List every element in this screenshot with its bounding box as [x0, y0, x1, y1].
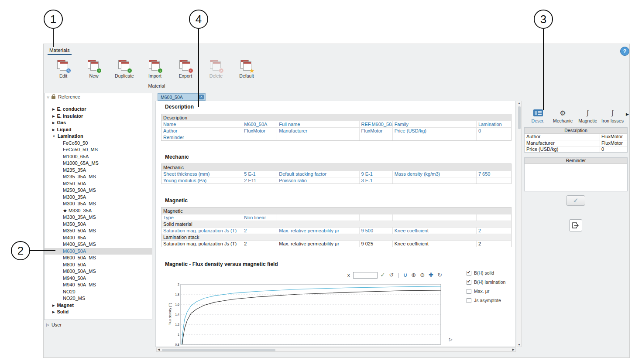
property-row[interactable]: Price (USD/kg) 0	[525, 146, 627, 152]
reset-view-icon[interactable]: ↻	[437, 272, 442, 279]
curve-select-icon[interactable]: ∪	[403, 272, 408, 279]
tree-item[interactable]: M600_50A_MS	[45, 255, 152, 262]
toolbar-button[interactable]: ★ Default	[231, 60, 262, 84]
toolbar-button[interactable]: ↓ Import	[140, 60, 170, 84]
apply-icon[interactable]: ✓	[381, 272, 385, 279]
table-row[interactable]: Young modulus (Pa)2 E11Poisson ratio3 E-…	[161, 177, 511, 184]
curve-checkbox[interactable]: B(H) solid	[467, 270, 505, 276]
validate-button[interactable]: ✓	[566, 195, 585, 206]
tree-root-reference[interactable]: ▽ Reference	[45, 93, 152, 101]
checkbox-icon[interactable]	[467, 298, 471, 303]
tree-item[interactable]: Liquid	[45, 126, 152, 133]
scroll-right-icon[interactable]: ▶	[512, 348, 515, 351]
toolbar-button[interactable]: ↑ Export	[170, 60, 201, 84]
curve-checkbox[interactable]: Js asymptote	[467, 298, 505, 303]
reminder-textarea[interactable]	[525, 164, 627, 191]
right-panel-tab[interactable]: ∫ Iron losses	[600, 108, 625, 123]
tree-item[interactable]: Magnet	[45, 302, 152, 309]
property-value[interactable]: FluxMotor	[600, 140, 627, 146]
tree-item[interactable]: FeCo50_50	[45, 140, 152, 147]
chart-expand-icon[interactable]: ▷	[449, 337, 453, 342]
table-row[interactable]: Magnetic	[161, 208, 511, 214]
property-value[interactable]: 0	[600, 146, 627, 152]
tree-item[interactable]: M300_35A	[45, 194, 152, 201]
tree-toggle-icon[interactable]	[52, 113, 57, 119]
tree-toggle-icon[interactable]	[52, 120, 57, 125]
help-icon[interactable]: ?	[620, 47, 629, 56]
tree-item[interactable]: M940_50A_MS	[45, 282, 152, 289]
toolbar-button[interactable]: ✎ Edit	[48, 60, 79, 84]
scroll-left-icon[interactable]: ◀	[158, 348, 160, 351]
tree-item[interactable]: M235_35A	[45, 167, 152, 174]
tree-item[interactable]: M800_50A	[45, 262, 152, 269]
tree-toggle-icon[interactable]	[52, 309, 57, 314]
tree-item[interactable]: Lamination	[45, 133, 152, 140]
tree-item[interactable]: E. insulator	[45, 113, 152, 120]
table-row[interactable]: Sheet thickness (mm)5 E-1Default stackin…	[161, 170, 511, 177]
table-row[interactable]: AuthorFluxMotorManufacturerFluxMotorPric…	[161, 127, 511, 134]
toolbar-button[interactable]: + New	[79, 60, 109, 84]
table-row[interactable]: TypeNon linear	[161, 214, 511, 221]
tree-item[interactable]: M250_50A_MS	[45, 187, 152, 194]
table-row[interactable]: Mechanic	[161, 164, 511, 170]
chart-x-input[interactable]	[353, 272, 378, 279]
tree-toggle-icon[interactable]	[52, 127, 57, 132]
property-value[interactable]: FluxMotor	[600, 134, 627, 140]
tree-item[interactable]: M330_35A_MS	[45, 214, 152, 221]
tree-item[interactable]: M400_65A_MS	[45, 241, 152, 248]
tree-item[interactable]: M235_35A_MS	[45, 173, 152, 180]
curve-checkbox[interactable]: B(H) lamination	[467, 279, 505, 285]
toolbar-button[interactable]: + Duplicate	[109, 60, 140, 84]
right-panel-tab[interactable]: ⚙ Mechanic	[550, 108, 575, 123]
property-row[interactable]: Author FluxMotor	[525, 134, 627, 140]
scrollbar-thumb[interactable]	[162, 349, 275, 351]
property-row[interactable]: Manufacturer FluxMotor	[525, 140, 627, 146]
scroll-down-icon[interactable]: ▼	[517, 343, 521, 346]
tree-item[interactable]: E. conductor	[45, 106, 152, 113]
checkbox-icon[interactable]	[467, 289, 471, 294]
tree-toggle-icon[interactable]	[52, 106, 57, 112]
tree-item[interactable]: M1000_65A_MS	[45, 160, 152, 167]
separator[interactable]: |	[398, 272, 399, 279]
tree-item[interactable]: Gas	[45, 119, 152, 126]
right-panel-tab[interactable]: Descr.	[525, 108, 550, 123]
checkbox-icon[interactable]	[467, 271, 471, 276]
right-panel-tab[interactable]: ∫ Magnetic	[575, 108, 600, 123]
tree-item[interactable]: M400_65A	[45, 235, 152, 242]
tree-item[interactable]: M940_50A	[45, 275, 152, 282]
tree-item[interactable]: Solid	[45, 309, 152, 316]
table-row[interactable]: Description	[161, 114, 511, 121]
scroll-up-icon[interactable]: ▲	[517, 102, 521, 105]
expand-icon[interactable]: ▷	[46, 323, 49, 327]
tree-toggle-icon[interactable]	[52, 133, 58, 139]
tree-item[interactable]: M250_50A	[45, 180, 152, 187]
collapse-icon[interactable]: ▽	[47, 93, 49, 101]
table-row[interactable]: Reminder	[161, 134, 511, 140]
tree-item[interactable]: M300_35A_MS	[45, 201, 152, 208]
table-row[interactable]: Saturation mag. polarization Js (T)2Max.…	[161, 240, 511, 247]
tree-item[interactable]: FeCo50_50_MS	[45, 146, 152, 153]
undo-icon[interactable]: ↺	[389, 272, 394, 279]
tree-toggle-icon[interactable]	[52, 303, 57, 308]
checkbox-icon[interactable]	[467, 280, 471, 285]
tree-item[interactable]: ★ M330_35A	[45, 208, 152, 214]
table-row[interactable]: Lamination stack	[161, 234, 511, 240]
tree-item[interactable]: M800_50A_MS	[45, 268, 152, 275]
horizontal-scrollbar[interactable]: ◀ ▶	[156, 347, 516, 352]
zoom-out-icon[interactable]: ⊖	[420, 272, 425, 279]
table-row[interactable]: Saturation mag. polarization Js (T)2Max.…	[161, 227, 511, 234]
tree-item[interactable]: M1000_65A	[45, 153, 152, 160]
tab-materials[interactable]: Materials	[48, 47, 72, 55]
tree-root-user[interactable]: ▷ User	[46, 322, 62, 327]
toolbar-button[interactable]: ✕ Delete	[201, 60, 231, 84]
tree-item[interactable]: M350_50A	[45, 221, 152, 228]
vertical-scrollbar[interactable]: ▲ ▼	[517, 101, 522, 347]
more-tabs-icon[interactable]: ▶	[626, 112, 629, 116]
tree-item[interactable]: M350_50A_MS	[45, 228, 152, 235]
curve-checkbox[interactable]: Max. μr	[467, 289, 505, 294]
table-row[interactable]: NameM600_50AFull nameREF.M600_50AFamilyL…	[161, 121, 511, 127]
export-button[interactable]	[569, 219, 582, 231]
close-icon[interactable]: ×	[199, 95, 204, 99]
tree-item[interactable]: M600_50A	[45, 248, 152, 255]
zoom-in-icon[interactable]: ⊕	[411, 272, 416, 279]
